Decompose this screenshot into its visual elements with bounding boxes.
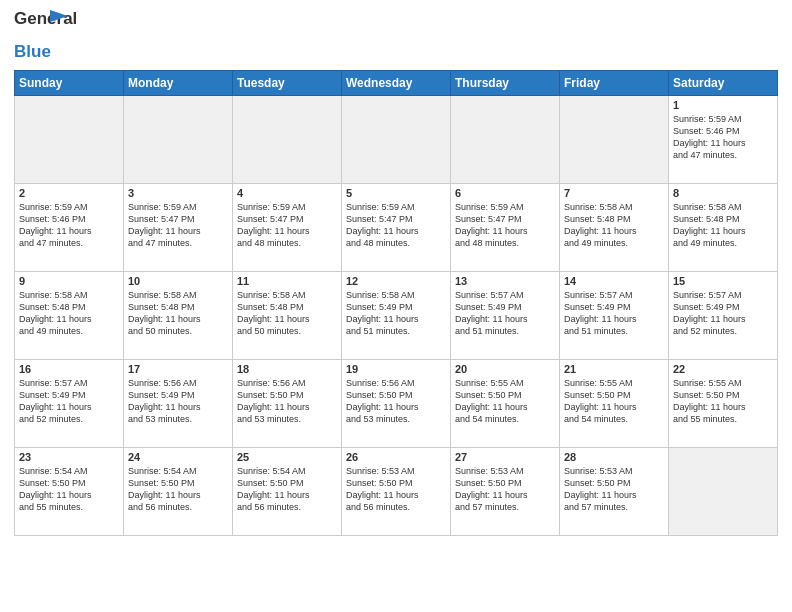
calendar-cell: 2Sunrise: 5:59 AM Sunset: 5:46 PM Daylig…	[15, 184, 124, 272]
day-info: Sunrise: 5:54 AM Sunset: 5:50 PM Dayligh…	[237, 465, 337, 514]
day-info: Sunrise: 5:57 AM Sunset: 5:49 PM Dayligh…	[564, 289, 664, 338]
day-number: 19	[346, 363, 446, 375]
calendar-cell: 26Sunrise: 5:53 AM Sunset: 5:50 PM Dayli…	[342, 448, 451, 536]
day-number: 4	[237, 187, 337, 199]
logo-icon	[50, 10, 68, 28]
week-row-2: 9Sunrise: 5:58 AM Sunset: 5:48 PM Daylig…	[15, 272, 778, 360]
week-row-0: 1Sunrise: 5:59 AM Sunset: 5:46 PM Daylig…	[15, 96, 778, 184]
day-header-sunday: Sunday	[15, 71, 124, 96]
logo: General Blue	[14, 10, 66, 62]
day-number: 11	[237, 275, 337, 287]
calendar-cell: 12Sunrise: 5:58 AM Sunset: 5:49 PM Dayli…	[342, 272, 451, 360]
day-number: 17	[128, 363, 228, 375]
calendar-header: SundayMondayTuesdayWednesdayThursdayFrid…	[15, 71, 778, 96]
days-header-row: SundayMondayTuesdayWednesdayThursdayFrid…	[15, 71, 778, 96]
day-info: Sunrise: 5:59 AM Sunset: 5:47 PM Dayligh…	[455, 201, 555, 250]
week-row-4: 23Sunrise: 5:54 AM Sunset: 5:50 PM Dayli…	[15, 448, 778, 536]
header: General Blue	[14, 10, 778, 62]
day-header-tuesday: Tuesday	[233, 71, 342, 96]
calendar-cell: 3Sunrise: 5:59 AM Sunset: 5:47 PM Daylig…	[124, 184, 233, 272]
day-info: Sunrise: 5:58 AM Sunset: 5:48 PM Dayligh…	[128, 289, 228, 338]
day-info: Sunrise: 5:58 AM Sunset: 5:49 PM Dayligh…	[346, 289, 446, 338]
calendar-cell: 9Sunrise: 5:58 AM Sunset: 5:48 PM Daylig…	[15, 272, 124, 360]
svg-marker-0	[50, 10, 68, 22]
day-info: Sunrise: 5:59 AM Sunset: 5:47 PM Dayligh…	[237, 201, 337, 250]
calendar-cell: 25Sunrise: 5:54 AM Sunset: 5:50 PM Dayli…	[233, 448, 342, 536]
calendar-cell: 6Sunrise: 5:59 AM Sunset: 5:47 PM Daylig…	[451, 184, 560, 272]
day-number: 26	[346, 451, 446, 463]
calendar-cell: 7Sunrise: 5:58 AM Sunset: 5:48 PM Daylig…	[560, 184, 669, 272]
calendar-body: 1Sunrise: 5:59 AM Sunset: 5:46 PM Daylig…	[15, 96, 778, 536]
calendar-cell: 17Sunrise: 5:56 AM Sunset: 5:49 PM Dayli…	[124, 360, 233, 448]
page: General Blue	[0, 0, 792, 546]
calendar-cell: 13Sunrise: 5:57 AM Sunset: 5:49 PM Dayli…	[451, 272, 560, 360]
day-number: 24	[128, 451, 228, 463]
calendar-table: SundayMondayTuesdayWednesdayThursdayFrid…	[14, 70, 778, 536]
calendar-cell: 22Sunrise: 5:55 AM Sunset: 5:50 PM Dayli…	[669, 360, 778, 448]
day-header-monday: Monday	[124, 71, 233, 96]
week-row-3: 16Sunrise: 5:57 AM Sunset: 5:49 PM Dayli…	[15, 360, 778, 448]
calendar-cell: 21Sunrise: 5:55 AM Sunset: 5:50 PM Dayli…	[560, 360, 669, 448]
day-info: Sunrise: 5:58 AM Sunset: 5:48 PM Dayligh…	[19, 289, 119, 338]
day-number: 5	[346, 187, 446, 199]
day-info: Sunrise: 5:54 AM Sunset: 5:50 PM Dayligh…	[19, 465, 119, 514]
calendar-cell: 23Sunrise: 5:54 AM Sunset: 5:50 PM Dayli…	[15, 448, 124, 536]
day-number: 3	[128, 187, 228, 199]
calendar-cell: 10Sunrise: 5:58 AM Sunset: 5:48 PM Dayli…	[124, 272, 233, 360]
day-info: Sunrise: 5:55 AM Sunset: 5:50 PM Dayligh…	[564, 377, 664, 426]
day-info: Sunrise: 5:59 AM Sunset: 5:47 PM Dayligh…	[346, 201, 446, 250]
week-row-1: 2Sunrise: 5:59 AM Sunset: 5:46 PM Daylig…	[15, 184, 778, 272]
calendar-cell: 4Sunrise: 5:59 AM Sunset: 5:47 PM Daylig…	[233, 184, 342, 272]
calendar-cell: 20Sunrise: 5:55 AM Sunset: 5:50 PM Dayli…	[451, 360, 560, 448]
day-number: 28	[564, 451, 664, 463]
calendar-cell: 14Sunrise: 5:57 AM Sunset: 5:49 PM Dayli…	[560, 272, 669, 360]
day-info: Sunrise: 5:58 AM Sunset: 5:48 PM Dayligh…	[564, 201, 664, 250]
day-number: 10	[128, 275, 228, 287]
day-info: Sunrise: 5:54 AM Sunset: 5:50 PM Dayligh…	[128, 465, 228, 514]
day-number: 14	[564, 275, 664, 287]
calendar-cell	[669, 448, 778, 536]
day-info: Sunrise: 5:58 AM Sunset: 5:48 PM Dayligh…	[673, 201, 773, 250]
calendar-cell	[451, 96, 560, 184]
day-info: Sunrise: 5:55 AM Sunset: 5:50 PM Dayligh…	[673, 377, 773, 426]
day-header-thursday: Thursday	[451, 71, 560, 96]
day-number: 22	[673, 363, 773, 375]
day-info: Sunrise: 5:56 AM Sunset: 5:50 PM Dayligh…	[346, 377, 446, 426]
day-info: Sunrise: 5:56 AM Sunset: 5:49 PM Dayligh…	[128, 377, 228, 426]
day-number: 7	[564, 187, 664, 199]
day-info: Sunrise: 5:56 AM Sunset: 5:50 PM Dayligh…	[237, 377, 337, 426]
day-header-wednesday: Wednesday	[342, 71, 451, 96]
calendar-cell: 18Sunrise: 5:56 AM Sunset: 5:50 PM Dayli…	[233, 360, 342, 448]
day-info: Sunrise: 5:53 AM Sunset: 5:50 PM Dayligh…	[455, 465, 555, 514]
day-number: 27	[455, 451, 555, 463]
calendar-cell	[560, 96, 669, 184]
day-number: 2	[19, 187, 119, 199]
calendar-cell: 11Sunrise: 5:58 AM Sunset: 5:48 PM Dayli…	[233, 272, 342, 360]
day-number: 15	[673, 275, 773, 287]
day-info: Sunrise: 5:59 AM Sunset: 5:46 PM Dayligh…	[673, 113, 773, 162]
calendar-cell: 24Sunrise: 5:54 AM Sunset: 5:50 PM Dayli…	[124, 448, 233, 536]
day-number: 12	[346, 275, 446, 287]
day-number: 23	[19, 451, 119, 463]
calendar-cell: 28Sunrise: 5:53 AM Sunset: 5:50 PM Dayli…	[560, 448, 669, 536]
day-header-saturday: Saturday	[669, 71, 778, 96]
day-header-friday: Friday	[560, 71, 669, 96]
day-info: Sunrise: 5:57 AM Sunset: 5:49 PM Dayligh…	[673, 289, 773, 338]
day-info: Sunrise: 5:55 AM Sunset: 5:50 PM Dayligh…	[455, 377, 555, 426]
day-number: 8	[673, 187, 773, 199]
calendar-cell	[342, 96, 451, 184]
day-number: 13	[455, 275, 555, 287]
calendar-cell: 15Sunrise: 5:57 AM Sunset: 5:49 PM Dayli…	[669, 272, 778, 360]
day-number: 16	[19, 363, 119, 375]
calendar-cell: 1Sunrise: 5:59 AM Sunset: 5:46 PM Daylig…	[669, 96, 778, 184]
calendar-cell: 5Sunrise: 5:59 AM Sunset: 5:47 PM Daylig…	[342, 184, 451, 272]
day-info: Sunrise: 5:57 AM Sunset: 5:49 PM Dayligh…	[19, 377, 119, 426]
day-number: 1	[673, 99, 773, 111]
day-info: Sunrise: 5:59 AM Sunset: 5:46 PM Dayligh…	[19, 201, 119, 250]
calendar-cell: 16Sunrise: 5:57 AM Sunset: 5:49 PM Dayli…	[15, 360, 124, 448]
day-number: 21	[564, 363, 664, 375]
calendar-cell: 27Sunrise: 5:53 AM Sunset: 5:50 PM Dayli…	[451, 448, 560, 536]
calendar-cell: 8Sunrise: 5:58 AM Sunset: 5:48 PM Daylig…	[669, 184, 778, 272]
day-info: Sunrise: 5:53 AM Sunset: 5:50 PM Dayligh…	[346, 465, 446, 514]
day-number: 6	[455, 187, 555, 199]
